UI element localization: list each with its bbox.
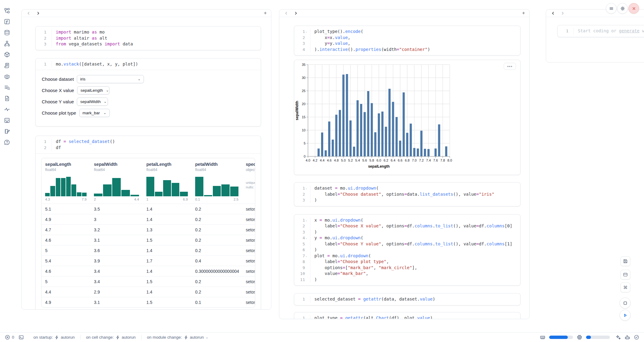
package-icon[interactable] [4,51,10,58]
imports-code[interactable]: 1⌄import marimo as mo2⌄import altair as … [36,27,261,50]
xy-plot-dropdown-code[interactable]: 1⌄x = mo.ui.dropdown(2⌄ label="Choose X … [294,215,520,286]
shortcuts-button[interactable]: ⌘ [621,283,630,292]
xy-plot-dropdown-cell[interactable]: 1⌄x = mo.ui.dropdown(2⌄ label="Choose X … [294,214,521,286]
dataset-dropdown-cell[interactable]: 1⌄dataset = mo.ui.dropdown(2⌄ label="Cho… [294,182,521,206]
code-line[interactable]: 2⌄df [38,145,256,151]
code-line[interactable]: 4⌄).interactive().properties(width="cont… [296,47,516,53]
sparkles-icon[interactable] [616,335,621,340]
code-line[interactable]: 2⌄import altair as alt [38,35,256,41]
vstack-code[interactable]: 1⌄mo.vstack([dataset, x, y, plot]) [36,59,261,70]
code-line[interactable]: 3⌄ y=y.value, [296,41,516,47]
check-circle-icon[interactable] [634,335,639,340]
terminal-button[interactable] [19,335,24,340]
on-cell-change-setting[interactable]: on cell change: autorun [80,335,141,340]
column-header-species[interactable]: speciesobjectunique:nulls: [242,158,255,204]
table-row[interactable]: 4.63.41.40.30000000000000004setosa [41,266,255,276]
code-line[interactable]: 1⌄selected_dataset = getattr(data, datas… [296,296,516,302]
plot-encode-code[interactable]: 1⌄plot_type().encode(2⌄ x=x.value,3⌄ y=y… [294,26,520,55]
code-line[interactable]: 3⌄) [296,197,516,203]
table-row[interactable]: 5.43.91.70.4setosa [41,255,255,266]
code-line[interactable]: 5⌄ label="Choose Y value", options=df.co… [296,241,516,247]
column-histogram[interactable] [45,175,87,196]
layout-button[interactable] [621,270,630,280]
list-search-icon[interactable] [4,84,10,91]
column-header-petalLength[interactable]: petalLengthfloat6416.9 [143,158,191,204]
code-line[interactable]: 2⌄ label="Choose X value", options=df.co… [296,223,516,229]
column-header-petalWidth[interactable]: petalWidthfloat640.12.5 [191,158,242,204]
column-right-button[interactable] [36,11,40,15]
table-row[interactable]: 4.931.40.2setosa [41,214,255,224]
code-line[interactable]: 1⌄plot_type = getattr(alt.Chart(df), plo… [296,315,516,319]
code-line[interactable]: 3⌄from vega_datasets import data [38,41,256,47]
column-header-sepalWidth[interactable]: sepalWidthfloat6424.4 [90,158,143,204]
code-line[interactable]: 2⌄ label="Choose dataset", options=data.… [296,191,516,198]
column-left-button[interactable] [27,11,30,15]
column-header-sepalLength[interactable]: sepalLengthfloat644.37.9 [41,158,90,204]
column-right-button[interactable] [294,11,298,15]
column-histogram[interactable] [195,175,238,196]
column-left-button[interactable] [551,11,555,15]
code-line[interactable]: 8⌄ label="Choose plot type", [296,259,516,265]
code-line[interactable]: 1⌄plot_type().encode( [296,29,516,35]
df-code[interactable]: 1⌄df = selected_dataset()2⌄df [36,136,261,153]
code-line[interactable]: 1⌄df = selected_dataset() [38,139,256,145]
notebook-menu-button[interactable] [606,3,617,14]
dataset-select[interactable]: iris⌄ [77,75,144,83]
code-line[interactable]: 11⌄) [296,277,516,283]
script-icon[interactable] [4,62,10,69]
table-row[interactable]: 53.61.40.2setosa [41,245,255,255]
error-counter[interactable]: 0 [5,335,14,340]
table-row[interactable]: 4.73.21.30.2setosa [41,224,255,235]
close-panel-button[interactable] [628,3,639,14]
code-line[interactable]: 1⌄import marimo as mo [38,29,256,35]
code-line[interactable]: 1⌄dataset = mo.ui.dropdown( [296,185,516,191]
code-line[interactable]: 9⌄ options=["mark_bar", "mark_circle"], [296,265,516,271]
table-row[interactable]: 4.63.11.50.2setosa [41,235,255,245]
save-button[interactable] [621,256,630,266]
add-cell-button[interactable]: + [522,10,525,16]
imports-cell[interactable]: 1⌄import marimo as mo2⌄import altair as … [35,26,261,50]
activity-icon[interactable] [4,106,10,112]
add-cell-button[interactable]: + [264,10,267,16]
column-right-button[interactable] [561,11,564,15]
document-icon[interactable] [4,95,10,102]
code-line[interactable]: 1⌄Start coding or generate with AI [560,28,644,34]
dependency-graph-icon[interactable] [4,40,10,47]
selected-dataset-cell[interactable]: 1⌄selected_dataset = getattr(data, datas… [294,293,521,305]
code-line[interactable]: 2⌄ x=x.value, [296,35,516,41]
plot-type-cell[interactable]: 1⌄plot_type = getattr(alt.Chart(df), plo… [294,312,521,319]
on-startup-setting[interactable]: on startup: autorun [28,335,80,340]
column-left-button[interactable] [284,11,288,15]
database-icon[interactable] [4,29,10,36]
chat-bot-icon[interactable] [4,73,10,80]
file-tree-icon[interactable] [4,7,10,14]
app-frame-button[interactable] [620,297,631,308]
y-select[interactable]: sepalWidth⌄ [77,98,108,106]
code-line[interactable]: 7⌄plot = mo.ui.dropdown( [296,253,516,259]
robot-icon[interactable] [625,335,630,340]
altair-chart[interactable]: 051015202530354.04.24.44.64.85.05.25.45.… [294,61,521,173]
table-row[interactable]: 4.42.91.40.2setosa [41,287,255,297]
code-line[interactable]: 10⌄ value="mark_bar", [296,271,516,277]
function-square-icon[interactable] [4,18,10,25]
run-button[interactable] [620,310,631,321]
table-row[interactable]: 4.93.11.50.1setosa [41,297,255,307]
dataset-dropdown-code[interactable]: 1⌄dataset = mo.ui.dropdown(2⌄ label="Cho… [294,183,520,206]
chart-actions-menu[interactable]: ••• [504,63,516,70]
plot-encode-cell[interactable]: 1⌄plot_type().encode(2⌄ x=x.value,3⌄ y=y… [294,26,521,55]
x-select[interactable]: sepalLength⌄ [77,86,109,94]
plot-type-select[interactable]: mark_bar⌄ [79,109,110,117]
table-row[interactable]: 53.41.50.2setosa [41,276,255,287]
snippets-icon[interactable] [4,117,10,123]
column-histogram[interactable] [94,175,139,196]
column-histogram[interactable] [146,175,188,196]
scratchpad-icon[interactable] [4,128,10,134]
on-module-change-setting[interactable]: on module change: autorun ⌄ [141,335,214,340]
code-line[interactable]: 1⌄x = mo.ui.dropdown( [296,217,516,223]
vstack-cell[interactable]: 1⌄mo.vstack([dataset, x, y, plot]) Choos… [35,58,261,127]
empty-cell[interactable]: 1⌄Start coding or generate with AI [557,25,644,37]
plot-type-code[interactable]: 1⌄plot_type = getattr(alt.Chart(df), plo… [294,312,520,319]
help-icon[interactable] [4,139,10,145]
code-line[interactable]: 3⌄) [296,229,516,235]
table-row[interactable]: 5.13.51.40.2setosa [41,204,255,214]
